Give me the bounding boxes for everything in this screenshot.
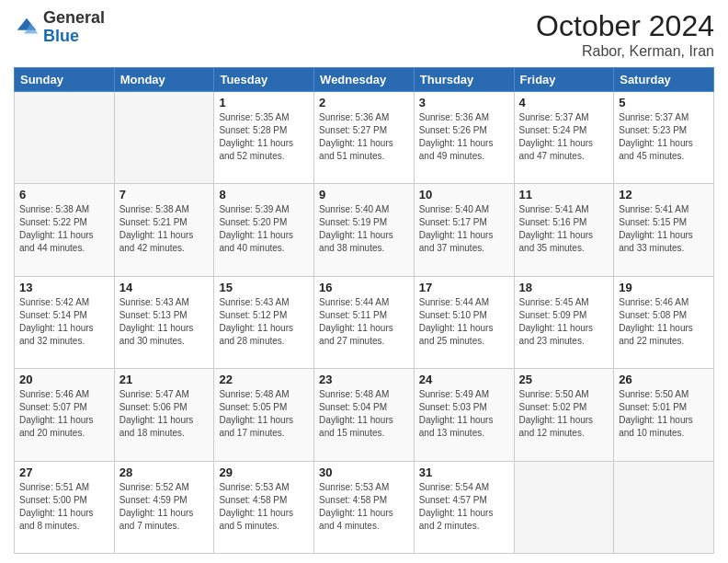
day-cell: 6Sunrise: 5:38 AMSunset: 5:22 PMDaylight… [15, 184, 115, 276]
calendar: SundayMondayTuesdayWednesdayThursdayFrid… [14, 67, 714, 554]
logo-general: General [43, 8, 105, 27]
day-number: 16 [319, 281, 409, 294]
day-info: Sunrise: 5:52 AMSunset: 4:59 PMDaylight:… [119, 481, 210, 533]
day-cell: 22Sunrise: 5:48 AMSunset: 5:05 PMDayligh… [214, 369, 314, 461]
day-number: 25 [519, 373, 609, 386]
day-cell [514, 461, 614, 553]
day-cell: 29Sunrise: 5:53 AMSunset: 4:58 PMDayligh… [214, 461, 314, 553]
location-title: Rabor, Kerman, Iran [536, 43, 714, 60]
weekday-header-row: SundayMondayTuesdayWednesdayThursdayFrid… [15, 68, 714, 92]
day-info: Sunrise: 5:37 AMSunset: 5:24 PMDaylight:… [519, 111, 609, 163]
day-cell: 7Sunrise: 5:38 AMSunset: 5:21 PMDaylight… [114, 184, 214, 276]
day-cell: 16Sunrise: 5:44 AMSunset: 5:11 PMDayligh… [314, 276, 415, 368]
day-number: 19 [619, 281, 709, 294]
day-info: Sunrise: 5:50 AMSunset: 5:01 PMDaylight:… [619, 388, 709, 440]
day-info: Sunrise: 5:48 AMSunset: 5:04 PMDaylight:… [319, 388, 409, 440]
day-info: Sunrise: 5:36 AMSunset: 5:27 PMDaylight:… [319, 111, 409, 163]
day-cell: 28Sunrise: 5:52 AMSunset: 4:59 PMDayligh… [114, 461, 214, 553]
day-number: 7 [119, 188, 210, 201]
weekday-header-monday: Monday [114, 68, 214, 92]
day-info: Sunrise: 5:38 AMSunset: 5:21 PMDaylight:… [119, 203, 210, 255]
day-cell: 13Sunrise: 5:42 AMSunset: 5:14 PMDayligh… [15, 276, 115, 368]
day-number: 8 [219, 188, 309, 201]
day-info: Sunrise: 5:35 AMSunset: 5:28 PMDaylight:… [219, 111, 309, 163]
day-info: Sunrise: 5:53 AMSunset: 4:58 PMDaylight:… [319, 481, 409, 533]
day-number: 30 [319, 465, 409, 479]
day-cell: 21Sunrise: 5:47 AMSunset: 5:06 PMDayligh… [114, 369, 214, 461]
day-number: 29 [219, 465, 309, 479]
day-cell: 15Sunrise: 5:43 AMSunset: 5:12 PMDayligh… [214, 276, 314, 368]
day-number: 10 [419, 188, 509, 201]
day-number: 17 [419, 281, 509, 294]
day-number: 9 [319, 188, 409, 201]
logo: General Blue [14, 9, 105, 46]
day-number: 11 [519, 188, 609, 201]
week-row-1: 1Sunrise: 5:35 AMSunset: 5:28 PMDaylight… [15, 92, 714, 184]
day-cell: 30Sunrise: 5:53 AMSunset: 4:58 PMDayligh… [314, 461, 415, 553]
day-number: 26 [619, 373, 709, 386]
day-cell: 10Sunrise: 5:40 AMSunset: 5:17 PMDayligh… [414, 184, 514, 276]
week-row-5: 27Sunrise: 5:51 AMSunset: 5:00 PMDayligh… [15, 461, 714, 553]
day-number: 4 [519, 96, 609, 109]
day-cell: 26Sunrise: 5:50 AMSunset: 5:01 PMDayligh… [614, 369, 714, 461]
weekday-header-friday: Friday [514, 68, 614, 92]
day-number: 5 [619, 96, 709, 109]
day-cell: 4Sunrise: 5:37 AMSunset: 5:24 PMDaylight… [514, 92, 614, 184]
day-number: 13 [19, 281, 109, 294]
day-number: 31 [419, 465, 509, 479]
day-cell [614, 461, 714, 553]
page: General Blue October 2024 Rabor, Kerman,… [0, 0, 728, 563]
day-number: 15 [219, 281, 309, 294]
day-info: Sunrise: 5:40 AMSunset: 5:19 PMDaylight:… [319, 203, 409, 255]
day-cell: 8Sunrise: 5:39 AMSunset: 5:20 PMDaylight… [214, 184, 314, 276]
day-number: 21 [119, 373, 210, 386]
day-number: 27 [19, 465, 109, 479]
weekday-header-tuesday: Tuesday [214, 68, 314, 92]
day-number: 18 [519, 281, 609, 294]
day-number: 23 [319, 373, 409, 386]
day-info: Sunrise: 5:42 AMSunset: 5:14 PMDaylight:… [19, 296, 109, 348]
day-info: Sunrise: 5:41 AMSunset: 5:16 PMDaylight:… [519, 203, 609, 255]
day-info: Sunrise: 5:41 AMSunset: 5:15 PMDaylight:… [619, 203, 709, 255]
week-row-3: 13Sunrise: 5:42 AMSunset: 5:14 PMDayligh… [15, 276, 714, 368]
day-info: Sunrise: 5:51 AMSunset: 5:00 PMDaylight:… [19, 481, 109, 533]
week-row-2: 6Sunrise: 5:38 AMSunset: 5:22 PMDaylight… [15, 184, 714, 276]
day-cell: 31Sunrise: 5:54 AMSunset: 4:57 PMDayligh… [414, 461, 514, 553]
day-number: 2 [319, 96, 409, 109]
day-cell: 2Sunrise: 5:36 AMSunset: 5:27 PMDaylight… [314, 92, 415, 184]
day-info: Sunrise: 5:38 AMSunset: 5:22 PMDaylight:… [19, 203, 109, 255]
day-info: Sunrise: 5:37 AMSunset: 5:23 PMDaylight:… [619, 111, 709, 163]
day-cell: 18Sunrise: 5:45 AMSunset: 5:09 PMDayligh… [514, 276, 614, 368]
logo-text: General Blue [43, 9, 105, 46]
day-info: Sunrise: 5:39 AMSunset: 5:20 PMDaylight:… [219, 203, 309, 255]
day-info: Sunrise: 5:40 AMSunset: 5:17 PMDaylight:… [419, 203, 509, 255]
day-cell: 1Sunrise: 5:35 AMSunset: 5:28 PMDaylight… [214, 92, 314, 184]
day-cell: 19Sunrise: 5:46 AMSunset: 5:08 PMDayligh… [614, 276, 714, 368]
day-cell: 9Sunrise: 5:40 AMSunset: 5:19 PMDaylight… [314, 184, 415, 276]
day-info: Sunrise: 5:44 AMSunset: 5:10 PMDaylight:… [419, 296, 509, 348]
day-info: Sunrise: 5:48 AMSunset: 5:05 PMDaylight:… [219, 388, 309, 440]
day-cell: 14Sunrise: 5:43 AMSunset: 5:13 PMDayligh… [114, 276, 214, 368]
header: General Blue October 2024 Rabor, Kerman,… [14, 9, 714, 60]
month-title: October 2024 [536, 9, 714, 43]
day-cell [114, 92, 214, 184]
day-number: 12 [619, 188, 709, 201]
day-cell: 5Sunrise: 5:37 AMSunset: 5:23 PMDaylight… [614, 92, 714, 184]
weekday-header-sunday: Sunday [15, 68, 115, 92]
day-info: Sunrise: 5:49 AMSunset: 5:03 PMDaylight:… [419, 388, 509, 440]
day-cell: 3Sunrise: 5:36 AMSunset: 5:26 PMDaylight… [414, 92, 514, 184]
day-info: Sunrise: 5:50 AMSunset: 5:02 PMDaylight:… [519, 388, 609, 440]
day-info: Sunrise: 5:46 AMSunset: 5:07 PMDaylight:… [19, 388, 109, 440]
day-number: 6 [19, 188, 109, 201]
day-info: Sunrise: 5:43 AMSunset: 5:12 PMDaylight:… [219, 296, 309, 348]
day-info: Sunrise: 5:53 AMSunset: 4:58 PMDaylight:… [219, 481, 309, 533]
day-number: 3 [419, 96, 509, 109]
day-cell: 24Sunrise: 5:49 AMSunset: 5:03 PMDayligh… [414, 369, 514, 461]
day-number: 14 [119, 281, 210, 294]
day-info: Sunrise: 5:44 AMSunset: 5:11 PMDaylight:… [319, 296, 409, 348]
day-info: Sunrise: 5:43 AMSunset: 5:13 PMDaylight:… [119, 296, 210, 348]
day-info: Sunrise: 5:36 AMSunset: 5:26 PMDaylight:… [419, 111, 509, 163]
day-cell [15, 92, 115, 184]
day-number: 24 [419, 373, 509, 386]
logo-icon [14, 15, 40, 40]
